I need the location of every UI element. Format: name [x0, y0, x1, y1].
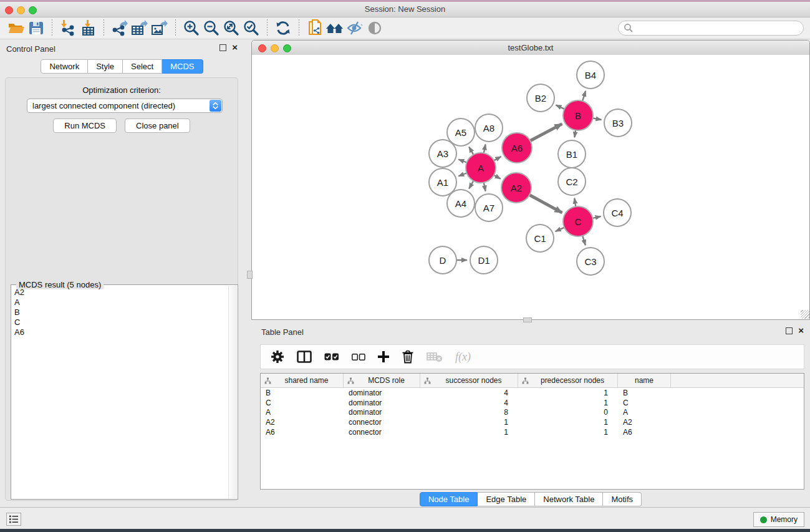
graph-edge-C-C3	[582, 236, 586, 245]
zoom-out-button[interactable]	[201, 19, 221, 37]
node-table[interactable]: shared nameMCDS rolesuccessor nodesprede…	[260, 373, 804, 490]
zoom-fit-button[interactable]	[221, 19, 241, 37]
function-builder-button[interactable]: f(x)	[455, 351, 471, 364]
criterion-value: largest connected component (directed)	[27, 101, 210, 110]
zoom-in-button[interactable]	[181, 19, 201, 37]
open-session-button[interactable]	[6, 19, 26, 37]
refresh-button[interactable]	[273, 19, 293, 37]
first-neighbors-button[interactable]	[325, 19, 345, 37]
table-row[interactable]: A2connector11A2	[261, 417, 804, 427]
export-image-button[interactable]	[150, 19, 170, 37]
table-cell: 1	[518, 389, 618, 397]
mcds-result-item[interactable]: A6	[12, 327, 228, 337]
graph-node-B[interactable]: B	[562, 100, 594, 131]
mcds-result-item[interactable]: A2	[12, 288, 228, 297]
table-tab-node-table[interactable]: Node Table	[420, 492, 478, 506]
clone-network-button[interactable]	[305, 19, 325, 37]
close-panel-button[interactable]: Close panel	[125, 118, 190, 133]
graph-node-label: B1	[566, 149, 577, 160]
graph-node-A4[interactable]: A4	[446, 189, 475, 218]
graph-node-label: A6	[511, 143, 523, 153]
memory-button[interactable]: Memory	[753, 512, 804, 527]
column-header-predecessor-nodes[interactable]: predecessor nodes	[518, 374, 618, 387]
mcds-result-item[interactable]: B	[12, 307, 228, 317]
graph-node-B4[interactable]: B4	[576, 60, 605, 89]
panel-splitter-handle[interactable]	[247, 271, 253, 279]
close-panel-icon[interactable]: ×	[232, 44, 238, 51]
delete-columns-button[interactable]	[402, 350, 414, 364]
network-window-titlebar: testGlobe.txt	[252, 41, 809, 56]
mcds-result-item[interactable]: C	[12, 317, 228, 327]
tab-style[interactable]: Style	[88, 59, 123, 74]
table-row[interactable]: Bdominator41B	[261, 388, 804, 398]
desktop-background	[0, 529, 810, 532]
graph-node-C1[interactable]: C1	[526, 224, 554, 253]
table-cell: C	[618, 399, 671, 407]
graph-node-A3[interactable]: A3	[428, 139, 457, 168]
column-header-name[interactable]: name	[618, 374, 671, 387]
criterion-select[interactable]: largest connected component (directed)	[27, 99, 223, 113]
graph-edge-A-A7	[484, 183, 486, 191]
column-header-shared-name[interactable]: shared name	[261, 374, 344, 387]
column-header-MCDS-role[interactable]: MCDS role	[344, 374, 420, 387]
open-folder-icon	[7, 21, 25, 35]
graph-node-C4[interactable]: C4	[603, 198, 632, 227]
create-column-button[interactable]	[378, 351, 389, 362]
table-options-button[interactable]	[271, 350, 284, 364]
table-row[interactable]: Cdominator41C	[261, 398, 804, 408]
graph-node-A6[interactable]: A6	[501, 132, 533, 163]
show-all-button[interactable]	[365, 19, 385, 37]
graph-node-A8[interactable]: A8	[475, 114, 503, 142]
table-tab-motifs[interactable]: Motifs	[603, 492, 642, 506]
table-tab-network-table[interactable]: Network Table	[535, 492, 603, 506]
window-resize-grip[interactable]	[801, 310, 809, 319]
graph-node-B2[interactable]: B2	[526, 84, 555, 112]
task-history-button[interactable]	[6, 513, 21, 526]
select-all-columns-button[interactable]	[324, 353, 339, 360]
graph-node-B3[interactable]: B3	[604, 109, 632, 137]
graph-node-C2[interactable]: C2	[557, 167, 586, 196]
toggle-panes-button[interactable]	[297, 351, 312, 363]
graph-node-A2[interactable]: A2	[501, 172, 532, 203]
network-canvas[interactable]: B4B2BB3A8A5A6A3B1AA1C2A2A4A7C4CC1C3DD1	[252, 55, 809, 319]
tab-network[interactable]: Network	[41, 59, 88, 74]
zoom-selected-button[interactable]	[241, 19, 261, 37]
graph-edge-A-A8	[484, 145, 486, 153]
table-tab-edge-table[interactable]: Edge Table	[478, 492, 535, 506]
table-row[interactable]: A6connector11A6	[261, 427, 804, 437]
import-table-button[interactable]	[78, 19, 98, 37]
status-bar: Memory	[0, 507, 810, 530]
graph-node-D[interactable]: D	[428, 246, 457, 274]
graph-node-D1[interactable]: D1	[470, 246, 498, 274]
tab-mcds[interactable]: MCDS	[162, 59, 203, 74]
mcds-result-item[interactable]: A	[12, 297, 228, 307]
optimization-criterion-label: Optimization criterion:	[6, 85, 238, 95]
graph-node-C3[interactable]: C3	[576, 247, 605, 276]
import-network-button[interactable]	[58, 19, 78, 37]
close-table-panel-icon[interactable]: ×	[798, 327, 804, 334]
shared-column-icon	[264, 377, 271, 384]
graph-node-A[interactable]: A	[465, 152, 496, 183]
network-window-title: testGlobe.txt	[252, 41, 809, 55]
delete-table-button[interactable]	[427, 351, 443, 362]
table-cell: A	[261, 408, 344, 417]
export-network-button[interactable]	[110, 19, 130, 37]
graph-node-A7[interactable]: A7	[475, 193, 503, 222]
search-field[interactable]	[618, 21, 804, 36]
export-table-button[interactable]	[130, 19, 150, 37]
graph-node-label: A2	[511, 183, 522, 193]
table-row[interactable]: Adominator80A	[261, 407, 804, 417]
column-header-successor-nodes[interactable]: successor nodes	[420, 374, 518, 387]
run-mcds-button[interactable]: Run MCDS	[53, 118, 117, 133]
tab-select[interactable]: Select	[123, 59, 162, 74]
select-all-icon	[324, 353, 339, 360]
deselect-all-columns-button[interactable]	[352, 354, 365, 360]
graph-node-B1[interactable]: B1	[557, 140, 586, 168]
float-panel-icon[interactable]	[219, 44, 226, 51]
save-session-button[interactable]	[26, 19, 46, 37]
hide-selection-button[interactable]	[345, 19, 365, 37]
float-table-panel-icon[interactable]	[786, 327, 793, 334]
search-input[interactable]	[634, 22, 803, 34]
graph-node-C[interactable]: C	[562, 206, 594, 237]
result-scrollbar[interactable]	[228, 286, 237, 498]
